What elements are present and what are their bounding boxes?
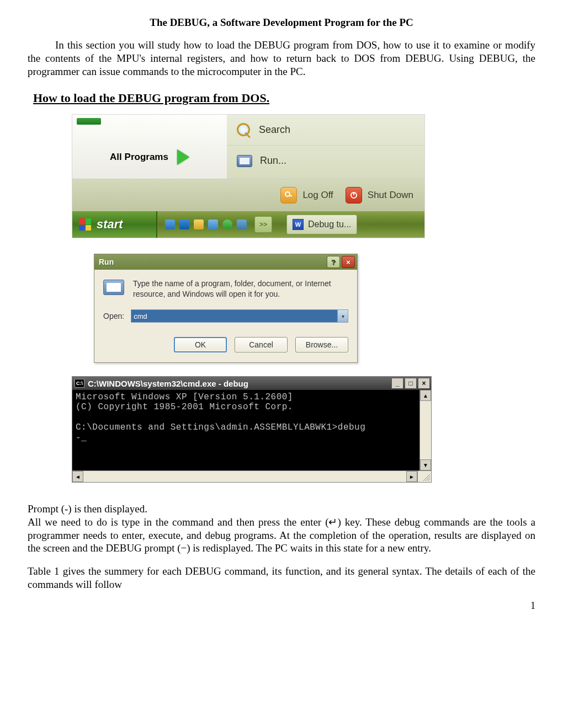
explain-paragraph: All we need to do is type in the command… [28,516,535,555]
quicklaunch-desktop-icon[interactable] [237,220,247,229]
run-dialog-icon [103,280,124,295]
logoff-icon [280,187,297,204]
table-intro-paragraph: Table 1 gives the summery for each DEBUG… [28,565,535,591]
cmd-title: C:\WINDOWS\system32\cmd.exe - debug [88,379,248,388]
scroll-track[interactable] [420,401,431,459]
close-button[interactable]: × [418,378,430,389]
intro-paragraph: In this section you will study how to lo… [28,39,535,78]
close-button[interactable]: × [342,256,355,268]
taskbar: start >> W Debug tu... [72,211,424,238]
document-title: The DEBUG, a Software Development Progra… [28,17,535,29]
horizontal-scrollbar[interactable]: ◄ ► [72,470,431,482]
taskbar-task-label: Debug tu... [308,220,351,229]
open-dropdown-button[interactable]: ▾ [337,310,348,322]
all-programs-item[interactable]: All Programs [72,149,227,165]
minimize-button[interactable]: _ [391,378,403,389]
search-item[interactable]: Search [227,115,424,146]
run-item[interactable]: Run... [227,146,424,176]
run-dialog-description: Type the name of a program, folder, docu… [133,279,348,299]
quicklaunch-msn-icon[interactable] [165,220,175,229]
taskbar-task-debug[interactable]: W Debug tu... [286,215,357,234]
scroll-track[interactable] [83,471,406,482]
quicklaunch-notes-icon[interactable] [208,220,218,229]
shutdown-icon [346,187,362,204]
prompt-line: Prompt (-) is then displayed. [28,502,535,516]
browse-button[interactable]: Browse... [295,337,348,352]
maximize-button[interactable]: □ [405,378,417,389]
quicklaunch-ie-icon[interactable] [179,220,189,229]
startmenu-screenshot: All Programs Search Run... [72,114,425,238]
scroll-up-button[interactable]: ▲ [420,390,431,401]
logoff-row: Log Off Shut Down [72,179,424,211]
run-dialog: Run ? × Type the name of a program, fold… [94,254,358,363]
cmd-window: C:\ C:\WINDOWS\system32\cmd.exe - debug … [72,376,432,483]
vertical-scrollbar[interactable]: ▲ ▼ [419,390,431,470]
open-label: Open: [103,312,124,320]
open-input[interactable] [131,310,337,322]
open-combobox[interactable]: ▾ [131,309,348,323]
all-programs-label: All Programs [110,152,168,163]
scroll-down-button[interactable]: ▼ [420,459,431,470]
ok-button[interactable]: OK [174,337,227,352]
scroll-left-button[interactable]: ◄ [72,471,83,482]
run-label: Run... [260,155,286,167]
quicklaunch-more-button[interactable]: >> [254,216,272,233]
logoff-label: Log Off [302,190,333,201]
help-button[interactable]: ? [327,256,340,268]
section-heading: How to load the DEBUG program from DOS. [33,91,535,105]
cmd-icon: C:\ [75,379,84,388]
windows-logo-icon [79,218,91,231]
shutdown-button[interactable]: Shut Down [346,187,413,204]
quicklaunch-media-icon[interactable] [222,220,232,229]
run-icon [237,155,252,167]
pinned-item-fragment [77,118,101,125]
run-titlebar[interactable]: Run ? × [94,254,357,270]
cmd-titlebar[interactable]: C:\ C:\WINDOWS\system32\cmd.exe - debug … [72,377,431,390]
start-label: start [97,217,123,232]
svg-rect-1 [289,195,292,196]
search-label: Search [259,124,290,136]
page-number: 1 [28,600,535,612]
run-dialog-title: Run [99,258,114,266]
all-programs-arrow-icon [177,149,189,165]
shutdown-label: Shut Down [368,190,413,201]
search-icon [237,123,251,137]
logoff-button[interactable]: Log Off [280,187,333,204]
cmd-console[interactable]: Microsoft Windows XP [Version 5.1.2600] … [72,390,419,470]
cancel-button[interactable]: Cancel [235,337,288,352]
start-button[interactable]: start [72,211,157,238]
svg-rect-3 [353,192,354,195]
word-icon: W [293,219,304,230]
quicklaunch-area: >> [157,216,280,233]
scroll-right-button[interactable]: ► [406,471,417,482]
resize-grip[interactable] [417,471,431,482]
quicklaunch-explorer-icon[interactable] [194,220,204,229]
